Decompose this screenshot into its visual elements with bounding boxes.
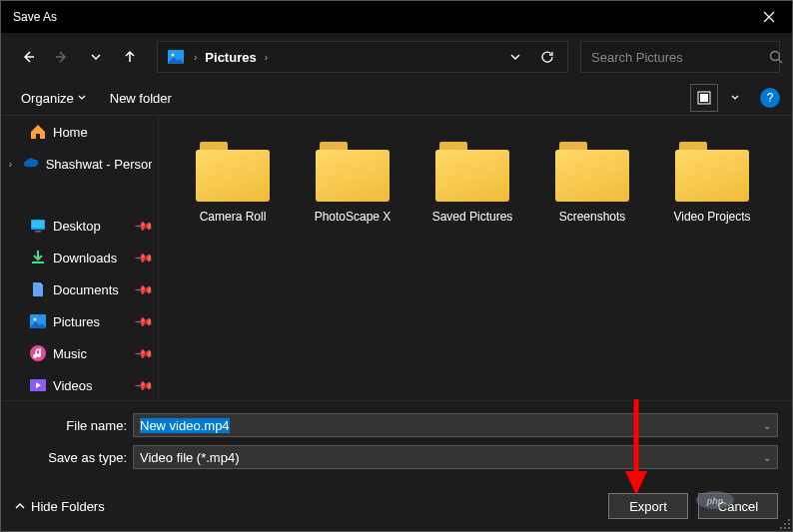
svg-point-10 xyxy=(34,318,37,321)
search-icon[interactable] xyxy=(769,50,783,64)
downloads-icon xyxy=(29,249,47,266)
documents-icon xyxy=(29,280,47,298)
saveastype-field[interactable]: Video file (*.mp4) ⌄ xyxy=(133,445,778,469)
sidebar-pictures[interactable]: Pictures 📌 xyxy=(1,305,158,337)
pictures-icon xyxy=(29,312,47,330)
pin-icon: 📌 xyxy=(134,375,155,396)
form-area: File name: ⌄ Save as type: Video file (*… xyxy=(1,400,792,485)
filename-field[interactable]: ⌄ xyxy=(133,413,778,437)
address-bar[interactable]: › Pictures › xyxy=(157,41,568,73)
chevron-down-icon[interactable]: ⌄ xyxy=(757,452,777,463)
svg-rect-4 xyxy=(700,94,708,102)
address-dropdown[interactable] xyxy=(503,52,527,62)
search-box[interactable] xyxy=(580,41,780,73)
nav-row: › Pictures › xyxy=(1,33,792,81)
hide-folders-button[interactable]: Hide Folders xyxy=(15,499,105,514)
view-dropdown[interactable] xyxy=(726,84,744,112)
footer: Hide Folders Export Cancel xyxy=(1,485,792,531)
chevron-right-icon[interactable]: › xyxy=(265,52,268,63)
onedrive-icon xyxy=(22,155,40,173)
svg-point-11 xyxy=(30,345,46,361)
sidebar-desktop[interactable]: Desktop 📌 xyxy=(1,210,158,242)
save-as-dialog: Save As › Pictures › xyxy=(0,0,793,532)
music-icon xyxy=(29,344,47,362)
pin-icon: 📌 xyxy=(134,343,155,364)
folder-icon xyxy=(435,142,509,202)
svg-point-2 xyxy=(771,52,780,61)
sidebar-documents[interactable]: Documents 📌 xyxy=(1,273,158,305)
pin-icon: 📌 xyxy=(134,279,155,300)
sidebar-videos[interactable]: Videos 📌 xyxy=(1,369,158,400)
body: Home › Shashwat - Personal Desktop 📌 Dow… xyxy=(1,115,792,400)
pin-icon: 📌 xyxy=(134,216,155,237)
pin-icon: 📌 xyxy=(134,248,155,268)
videos-icon xyxy=(29,376,47,394)
sidebar-onedrive[interactable]: › Shashwat - Personal xyxy=(1,148,158,180)
chevron-down-icon[interactable]: ⌄ xyxy=(757,420,777,431)
chevron-right-icon: › xyxy=(194,52,197,63)
desktop-icon xyxy=(29,217,47,235)
resize-grip[interactable] xyxy=(779,518,791,530)
folder-icon xyxy=(675,142,749,202)
cancel-button[interactable]: Cancel xyxy=(698,493,778,519)
svg-point-1 xyxy=(172,54,175,57)
folder-item[interactable]: PhotoScape X xyxy=(293,136,412,230)
back-button[interactable] xyxy=(13,42,43,72)
svg-rect-6 xyxy=(32,221,44,228)
up-button[interactable] xyxy=(115,42,145,72)
folder-icon xyxy=(555,142,629,202)
svg-rect-7 xyxy=(35,231,41,233)
saveastype-value: Video file (*.mp4) xyxy=(134,450,757,465)
help-button[interactable]: ? xyxy=(760,88,780,108)
sidebar-downloads[interactable]: Downloads 📌 xyxy=(1,242,158,273)
sidebar-home[interactable]: Home xyxy=(1,116,158,148)
toolbar: Organize New folder ? xyxy=(1,81,792,115)
close-button[interactable] xyxy=(746,1,792,33)
breadcrumb-pictures[interactable]: Pictures xyxy=(205,50,256,65)
chevron-down-icon xyxy=(78,94,86,102)
chevron-right-icon[interactable]: › xyxy=(5,159,16,170)
search-input[interactable] xyxy=(581,50,769,65)
folder-content: Camera Roll PhotoScape X Saved Pictures … xyxy=(159,116,792,400)
recent-dropdown[interactable] xyxy=(81,42,111,72)
refresh-button[interactable] xyxy=(535,50,559,64)
new-folder-button[interactable]: New folder xyxy=(102,87,180,110)
folder-icon xyxy=(196,142,270,202)
forward-button[interactable] xyxy=(47,42,77,72)
svg-rect-8 xyxy=(32,262,44,264)
organize-button[interactable]: Organize xyxy=(13,87,94,110)
view-button[interactable] xyxy=(690,84,718,112)
sidebar: Home › Shashwat - Personal Desktop 📌 Dow… xyxy=(1,116,159,400)
chevron-up-icon xyxy=(15,501,25,511)
folder-item[interactable]: Video Projects xyxy=(652,136,772,230)
export-button[interactable]: Export xyxy=(608,493,688,519)
filename-label: File name: xyxy=(15,418,127,433)
sidebar-music[interactable]: Music 📌 xyxy=(1,337,158,369)
titlebar: Save As xyxy=(1,1,792,33)
folder-item[interactable]: Camera Roll xyxy=(173,136,293,230)
saveastype-label: Save as type: xyxy=(15,450,127,465)
window-title: Save As xyxy=(13,10,57,24)
folder-item[interactable]: Saved Pictures xyxy=(412,136,532,230)
home-icon xyxy=(29,123,47,141)
pictures-icon xyxy=(166,47,186,67)
pin-icon: 📌 xyxy=(134,311,155,332)
folder-icon xyxy=(316,142,390,202)
folder-item[interactable]: Screenshots xyxy=(532,136,652,230)
filename-input[interactable] xyxy=(134,418,757,433)
